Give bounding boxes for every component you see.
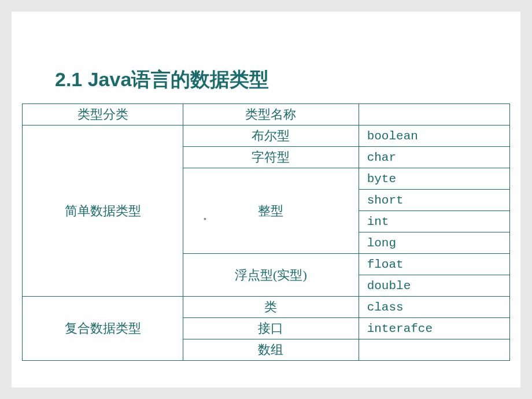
- type-keyword: byte: [359, 168, 509, 190]
- type-name: 接口: [183, 318, 359, 339]
- data-types-table: 类型分类 类型名称 简单数据类型 布尔型 boolean 字符型 char 整型…: [22, 104, 510, 361]
- type-keyword: interafce: [359, 318, 509, 339]
- table-header-row: 类型分类 类型名称: [23, 104, 510, 125]
- type-name: 浮点型(实型): [183, 254, 359, 297]
- type-keyword: long: [359, 232, 509, 254]
- type-keyword: float: [359, 254, 509, 275]
- table-row: 简单数据类型 布尔型 boolean: [23, 125, 510, 147]
- type-keyword: int: [359, 211, 509, 232]
- header-category: 类型分类: [23, 104, 183, 125]
- type-keyword: class: [359, 297, 509, 318]
- header-name: 类型名称: [183, 104, 359, 125]
- table-row: 复合数据类型 类 class: [23, 297, 510, 318]
- table-container: 类型分类 类型名称 简单数据类型 布尔型 boolean 字符型 char 整型…: [12, 104, 520, 361]
- category-complex: 复合数据类型: [23, 297, 183, 361]
- type-keyword: [359, 339, 509, 361]
- type-name: 整型: [183, 168, 359, 254]
- type-name: 类: [183, 297, 359, 318]
- header-keyword: [359, 104, 509, 125]
- slide-container: 2.1 Java语言的数据类型 ▪ 类型分类 类型名称 简单数据类型 布尔型 b…: [12, 12, 520, 387]
- type-keyword: double: [359, 275, 509, 297]
- type-keyword: boolean: [359, 125, 509, 147]
- bullet-marker: ▪: [204, 214, 206, 223]
- type-name: 布尔型: [183, 125, 359, 147]
- type-name: 字符型: [183, 147, 359, 168]
- category-simple: 简单数据类型: [23, 125, 183, 297]
- type-keyword: short: [359, 190, 509, 211]
- type-name: 数组: [183, 339, 359, 361]
- slide-title: 2.1 Java语言的数据类型: [12, 12, 520, 104]
- type-keyword: char: [359, 147, 509, 168]
